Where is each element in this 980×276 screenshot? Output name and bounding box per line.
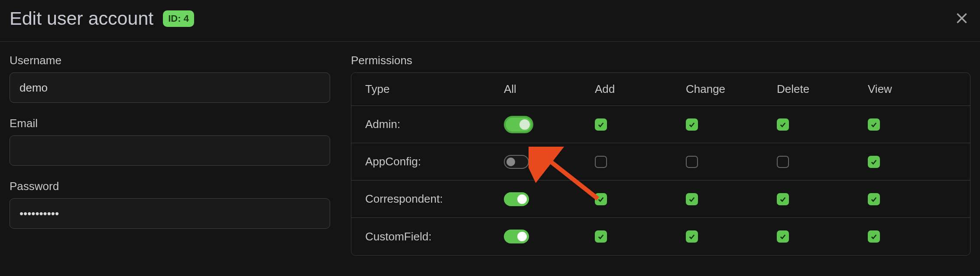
permission-add-checkbox[interactable] [595,193,607,205]
permission-change-cell [686,156,777,168]
permission-view-cell [868,193,959,205]
permission-add-cell [595,230,686,243]
permission-change-checkbox[interactable] [686,118,698,131]
page-title: Edit user account [10,8,153,29]
permission-delete-cell [777,193,868,205]
permission-view-checkbox[interactable] [868,193,880,205]
col-type: Type [351,82,504,96]
permission-delete-cell [777,156,868,168]
permission-add-cell [595,193,686,205]
col-view: View [868,82,959,96]
permission-add-cell [595,156,686,168]
permission-delete-checkbox[interactable] [777,230,789,243]
permission-view-checkbox[interactable] [868,230,880,243]
email-input[interactable] [10,135,330,166]
permission-add-checkbox[interactable] [595,118,607,131]
permission-view-checkbox[interactable] [868,156,880,168]
permission-change-checkbox[interactable] [686,230,698,243]
permission-view-cell [868,118,959,131]
permission-type-label: AppConfig: [351,155,504,168]
username-input[interactable] [10,72,330,103]
email-label: Email [10,117,330,130]
permission-change-cell [686,118,777,131]
permissions-row: AppConfig: [351,143,970,181]
permission-delete-checkbox[interactable] [777,118,789,131]
permissions-table: Type All Add Change Delete View Admin:Ap… [351,72,970,256]
permission-change-cell [686,193,777,205]
permission-add-checkbox[interactable] [595,156,607,168]
permission-change-cell [686,230,777,243]
email-group: Email [10,117,330,166]
col-change: Change [686,82,777,96]
permission-all-toggle[interactable] [504,155,529,169]
permission-all-cell [504,230,595,243]
permission-delete-cell [777,118,868,131]
permission-add-checkbox[interactable] [595,230,607,243]
col-add: Add [595,82,686,96]
dialog-header: Edit user account ID: 4 [0,0,980,42]
username-group: Username [10,54,330,103]
permission-add-cell [595,118,686,131]
permission-all-cell [504,116,595,133]
password-group: Password [10,180,330,229]
close-icon [954,10,970,26]
col-all: All [504,82,595,96]
permission-delete-checkbox[interactable] [777,193,789,205]
password-input[interactable] [10,198,330,229]
permission-all-cell [504,192,595,206]
permissions-label: Permissions [351,54,970,67]
permission-view-cell [868,230,959,243]
user-fields-column: Username Email Password [10,54,330,256]
permissions-header-row: Type All Add Change Delete View [351,73,970,106]
permissions-row: CustomField: [351,218,970,255]
permission-all-toggle[interactable] [504,192,529,206]
password-label: Password [10,180,330,193]
permission-all-cell [504,155,595,169]
username-label: Username [10,54,330,67]
permission-delete-cell [777,230,868,243]
permission-type-label: CustomField: [351,230,504,243]
permission-view-checkbox[interactable] [868,118,880,131]
id-badge: ID: 4 [163,10,194,27]
col-delete: Delete [777,82,868,96]
permission-type-label: Correspondent: [351,192,504,206]
permission-delete-checkbox[interactable] [777,156,789,168]
permissions-row: Admin: [351,106,970,143]
permission-change-checkbox[interactable] [686,193,698,205]
permission-change-checkbox[interactable] [686,156,698,168]
permission-all-toggle[interactable] [504,230,529,243]
dialog-content: Username Email Password Permissions Type… [0,42,980,256]
permissions-column: Permissions Type All Add Change Delete V… [351,54,970,256]
close-button[interactable] [954,10,970,26]
permission-all-toggle[interactable] [504,116,533,133]
permission-type-label: Admin: [351,118,504,131]
permissions-row: Correspondent: [351,181,970,218]
permission-view-cell [868,156,959,168]
